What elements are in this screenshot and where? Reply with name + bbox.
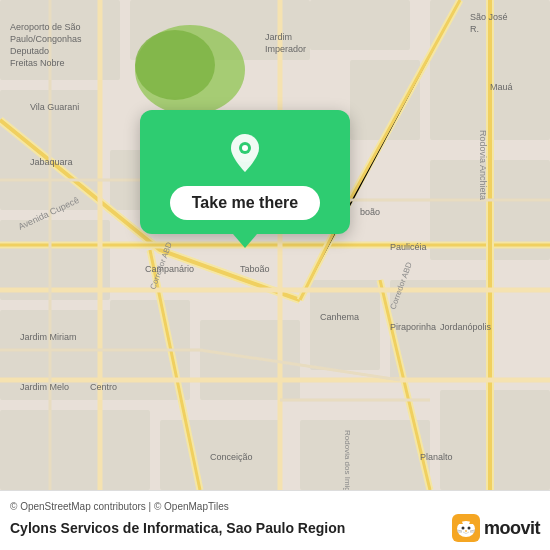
svg-text:Aeroporto de São: Aeroporto de São [10, 22, 81, 32]
svg-text:Mauá: Mauá [490, 82, 513, 92]
attribution-text: © OpenStreetMap contributors | © OpenMap… [10, 501, 540, 512]
svg-text:Imperador: Imperador [265, 44, 306, 54]
svg-text:Campanário: Campanário [145, 264, 194, 274]
svg-point-66 [242, 145, 248, 151]
svg-text:Deputado: Deputado [10, 46, 49, 56]
svg-text:Planalto: Planalto [420, 452, 453, 462]
svg-text:Paulo/Congonhas: Paulo/Congonhas [10, 34, 82, 44]
svg-text:Rodovia dos Imigrantes: Rodovia dos Imigrantes [343, 430, 352, 490]
svg-text:R.: R. [470, 24, 479, 34]
svg-point-71 [461, 527, 464, 530]
moovit-brand-icon [452, 514, 480, 542]
svg-rect-13 [310, 0, 410, 50]
svg-text:Piraporinha: Piraporinha [390, 322, 436, 332]
map-container: Avenida Cupecê Rodovia Anchieta Corredor… [0, 0, 550, 490]
moovit-brand-text: moovit [484, 518, 540, 539]
svg-text:Paulicéia: Paulicéia [390, 242, 427, 252]
moovit-logo: moovit [452, 514, 540, 542]
svg-text:boão: boão [360, 207, 380, 217]
take-me-there-button[interactable]: Take me there [170, 186, 320, 220]
svg-point-21 [135, 30, 215, 100]
svg-text:Centro: Centro [90, 382, 117, 392]
svg-text:São José: São José [470, 12, 508, 22]
svg-point-72 [467, 527, 470, 530]
popup-card: Take me there [140, 110, 350, 234]
svg-rect-17 [200, 320, 300, 400]
svg-text:Jabaquara: Jabaquara [30, 157, 73, 167]
location-pin-icon [221, 128, 269, 176]
svg-rect-8 [300, 420, 430, 490]
svg-point-73 [465, 530, 467, 532]
svg-text:Jardim Melo: Jardim Melo [20, 382, 69, 392]
place-name: Cylons Servicos de Informatica, Sao Paul… [10, 520, 345, 536]
svg-text:Jardim: Jardim [265, 32, 292, 42]
svg-text:Conceição: Conceição [210, 452, 253, 462]
svg-text:Jordanópolis: Jordanópolis [440, 322, 492, 332]
svg-rect-6 [0, 410, 150, 490]
svg-text:Vila Guarani: Vila Guarani [30, 102, 79, 112]
svg-text:Freitas Nobre: Freitas Nobre [10, 58, 65, 68]
svg-rect-9 [440, 390, 550, 490]
svg-rect-16 [310, 280, 380, 370]
svg-text:Jardim Miriam: Jardim Miriam [20, 332, 77, 342]
bottom-bar: © OpenStreetMap contributors | © OpenMap… [0, 490, 550, 550]
map-background: Avenida Cupecê Rodovia Anchieta Corredor… [0, 0, 550, 490]
svg-text:Rodovia Anchieta: Rodovia Anchieta [478, 130, 488, 200]
svg-text:Taboão: Taboão [240, 264, 270, 274]
svg-text:Canhema: Canhema [320, 312, 359, 322]
